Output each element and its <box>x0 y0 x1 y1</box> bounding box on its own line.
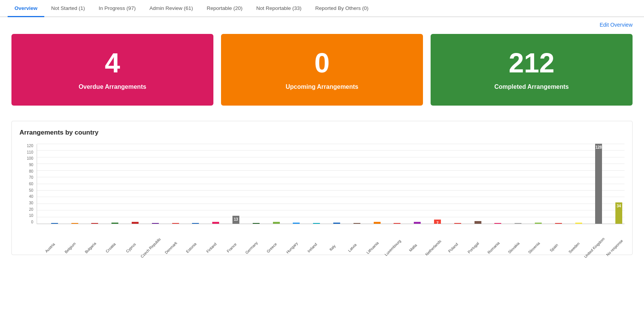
bar-group: Ireland <box>301 223 320 224</box>
y-axis-label: 90 <box>19 163 35 167</box>
bar-country-label: Slovenia <box>527 241 541 254</box>
bar <box>91 223 98 224</box>
y-axis-label: 70 <box>19 176 35 180</box>
bar-group: Portugal <box>463 221 481 224</box>
bar-country-label: Austria <box>44 242 56 253</box>
edit-overview-link[interactable]: Edit Overview <box>600 22 633 28</box>
y-axis-label: 120 <box>19 144 35 148</box>
bar-group: Romania <box>483 223 502 224</box>
y-axis-label: 40 <box>19 195 35 199</box>
bar <box>172 223 179 224</box>
grid-line <box>37 210 625 210</box>
bar-group: Germany <box>241 223 260 224</box>
grid-line <box>37 144 625 144</box>
bar-country-label: Spain <box>549 243 559 253</box>
bar: 13 <box>232 216 239 224</box>
bar-country-label: Cyprus <box>125 242 136 253</box>
tab-not-reportable[interactable]: Not Reportable (33) <box>249 0 308 16</box>
tab-reportable[interactable]: Reportable (20) <box>200 0 249 16</box>
bar-group: Cyprus <box>120 222 139 224</box>
bar <box>515 223 521 224</box>
grid-line <box>37 190 625 191</box>
bar-country-label: France <box>226 242 237 253</box>
bar-country-label: No response <box>605 239 624 257</box>
bar-country-label: Romania <box>487 241 500 255</box>
bar-group: Hungary <box>281 223 300 224</box>
tab-not-started[interactable]: Not Started (1) <box>44 0 92 16</box>
y-axis-label: 50 <box>19 189 35 192</box>
bar-group: Croatia <box>100 223 118 224</box>
bar <box>555 223 562 224</box>
tab-reported-by-others[interactable]: Reported By Others (0) <box>308 0 376 16</box>
bar-group: Sweden <box>563 223 582 224</box>
grid-line <box>37 177 625 177</box>
bar <box>132 222 139 224</box>
bar-country-label: Italy <box>328 244 336 252</box>
bar <box>394 223 400 224</box>
overdue-label: Overdue Arrangements <box>79 83 146 90</box>
bar <box>535 223 542 224</box>
bar-country-label: Latvia <box>347 243 358 253</box>
bar-group: Latvia <box>342 223 360 224</box>
bar-group: Estonia <box>181 223 199 224</box>
bar <box>253 223 260 224</box>
y-axis-label: 30 <box>19 201 35 205</box>
bar-group: 13France <box>221 216 239 224</box>
bar <box>293 223 300 224</box>
bar: 34 <box>615 202 622 224</box>
bar-group: Greece <box>261 222 280 224</box>
bar-group: Bulgaria <box>80 223 98 224</box>
y-axis-label: 10 <box>19 214 35 218</box>
chart-section: Arrangements by country 0102030405060708… <box>11 121 633 255</box>
bar <box>273 222 280 224</box>
chart-container: 0102030405060708090100110120 AustriaBelg… <box>19 144 625 251</box>
bar <box>313 223 320 224</box>
bar-group: Finland <box>200 222 219 224</box>
bar-country-label: Lithuania <box>366 241 379 255</box>
bar-group: Italy <box>321 223 340 224</box>
bar-country-label: Portugal <box>467 241 480 254</box>
bar-country-label: Czech Republic <box>140 237 162 258</box>
bar <box>575 223 582 224</box>
bar-group: Spain <box>543 223 562 224</box>
tab-in-progress[interactable]: In Progress (97) <box>92 0 143 16</box>
bar-group: Luxembourg <box>382 223 401 224</box>
bar-value-label: 7 <box>434 221 441 225</box>
grid-line <box>37 164 625 164</box>
bar-value-label: 128 <box>595 145 602 149</box>
bar-group: Poland <box>442 223 461 224</box>
grid-line <box>37 150 625 151</box>
bar: 7 <box>434 220 441 224</box>
bar-country-label: Luxembourg <box>384 239 402 257</box>
completed-card: 212 Completed Arrangements <box>431 34 633 106</box>
bar <box>111 223 118 224</box>
bar-value-label: 34 <box>615 204 622 208</box>
grid-line <box>37 184 625 184</box>
bar-country-label: Sweden <box>568 241 580 254</box>
bar-group: Austria <box>39 223 58 224</box>
tab-admin-review[interactable]: Admin Review (61) <box>142 0 200 16</box>
bar-group: Lithuania <box>362 222 381 224</box>
bar <box>71 223 78 224</box>
overdue-card: 4 Overdue Arrangements <box>11 34 213 106</box>
bar-country-label: Germany <box>245 241 259 255</box>
bar-country-label: Croatia <box>105 242 116 254</box>
bar-country-label: Poland <box>447 242 459 253</box>
bar-country-label: Finland <box>205 242 217 253</box>
completed-number: 212 <box>508 49 554 77</box>
bar <box>152 223 159 224</box>
bar <box>494 223 501 224</box>
y-axis-label: 100 <box>19 157 35 160</box>
y-axis-label: 60 <box>19 182 35 186</box>
chart-inner: AustriaBelgiumBulgariaCroatiaCyprusCzech… <box>37 144 625 224</box>
bar-group: 128United Kingdom <box>584 144 602 224</box>
bar-country-label: Netherlands <box>424 239 442 257</box>
bar <box>192 223 199 224</box>
grid-line <box>37 197 625 197</box>
bar-country-label: Malta <box>408 243 418 252</box>
chart-title: Arrangements by country <box>19 129 625 136</box>
tab-overview[interactable]: Overview <box>8 0 44 16</box>
bar <box>51 223 58 224</box>
upcoming-card: 0 Upcoming Arrangements <box>221 34 423 106</box>
grid-line <box>37 170 625 171</box>
